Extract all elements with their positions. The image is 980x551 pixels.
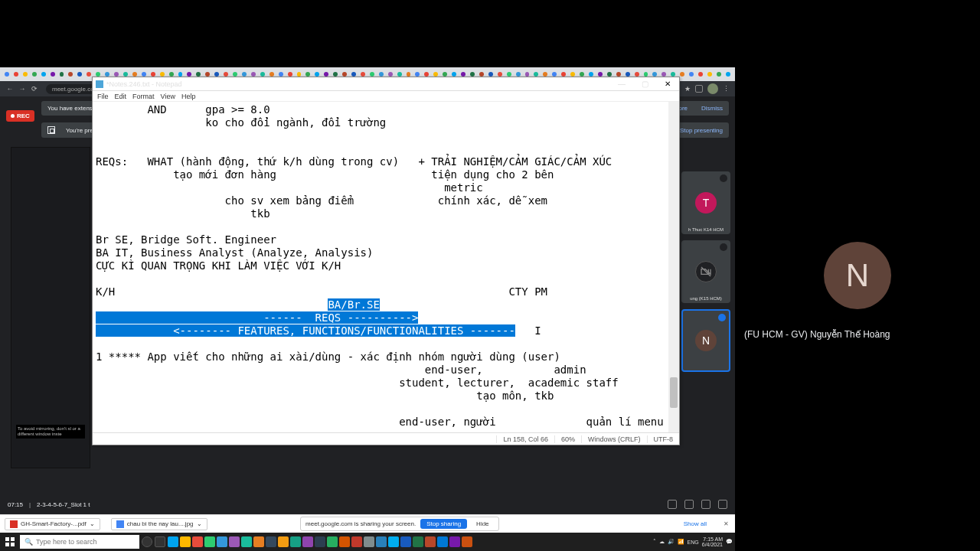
menu-file[interactable]: File (97, 93, 109, 100)
tray-wifi-icon[interactable]: 📶 (678, 539, 684, 545)
taskbar-app-icon[interactable] (315, 536, 325, 547)
taskbar-app-icon[interactable] (449, 536, 460, 547)
tray-language[interactable]: ENG (688, 540, 699, 545)
download-chip[interactable]: GH-Smart-Factory-...pdf ⌄ (5, 518, 100, 530)
window-maximize-button[interactable]: ▢ (633, 77, 656, 91)
info-icon[interactable] (668, 500, 677, 509)
windows-taskbar: 🔍 Type here to search ˄ ☁ 🔊 📶 ENG 7:15 A… (0, 533, 735, 551)
taskbar-app-icon[interactable] (364, 536, 374, 547)
taskbar-app-icon[interactable] (229, 536, 240, 547)
bookmark-star-icon[interactable]: ★ (684, 85, 691, 93)
avatar: N (695, 330, 717, 351)
start-button[interactable] (2, 534, 18, 549)
taskbar-app-icon[interactable] (241, 536, 252, 547)
browser-tab[interactable] (41, 72, 46, 77)
status-zoom: 60% (554, 435, 581, 443)
menu-format[interactable]: Format (132, 93, 155, 100)
taskbar-app-icon[interactable] (180, 536, 191, 547)
vertical-scrollbar[interactable] (668, 102, 679, 432)
hide-button[interactable]: Hide (472, 519, 493, 529)
taskbar-app-icon[interactable] (400, 536, 411, 547)
people-icon[interactable] (684, 500, 694, 509)
participant-tile[interactable]: ung (K15 HCM) (681, 240, 730, 303)
taskbar-app-icon[interactable] (388, 536, 399, 547)
taskbar-search[interactable]: 🔍 Type here to search (20, 535, 139, 549)
browser-tab[interactable] (726, 72, 730, 77)
notepad-app-icon (96, 80, 103, 88)
notepad-window[interactable]: *Notes.246.txt - Notepad — ▢ ✕ File Edit… (92, 77, 680, 445)
close-downloads-bar-button[interactable]: ✕ (717, 520, 735, 527)
chat-icon[interactable] (701, 500, 710, 509)
chevron-down-icon[interactable]: ⌄ (90, 520, 95, 527)
selected-text: BA/Br.SE (328, 298, 379, 311)
notifications-icon[interactable]: 💬 (726, 539, 733, 545)
menu-view[interactable]: View (161, 93, 175, 100)
nav-back-icon[interactable]: ← (6, 85, 14, 93)
banner-dismiss-link[interactable]: Dismiss (701, 105, 723, 112)
taskbar-app-icon[interactable] (266, 536, 276, 547)
participant-tile[interactable]: T h Thuc K14 HCM (681, 171, 730, 234)
browser-tab[interactable] (5, 72, 9, 77)
browser-tab[interactable] (87, 72, 91, 77)
image-file-icon (116, 520, 124, 528)
browser-tab[interactable] (23, 72, 28, 77)
tray-icon[interactable]: ☁ (659, 539, 665, 545)
taskbar-app-icon[interactable] (462, 536, 472, 547)
taskbar-app-icon[interactable] (413, 536, 423, 547)
taskbar-app-icon[interactable] (437, 536, 448, 547)
speaking-indicator-icon (718, 314, 726, 321)
browser-tab[interactable] (68, 72, 73, 77)
profile-avatar[interactable] (707, 83, 718, 94)
tray-clock[interactable]: 7:15 AM6/4/2021 (702, 536, 723, 547)
participant-tile-speaking[interactable]: N (681, 309, 730, 372)
cortana-icon[interactable] (142, 536, 152, 547)
notepad-editor[interactable]: AND gpa >= 8.0 ko cho đổi ngành, đổi trư… (93, 102, 679, 432)
browser-tab[interactable] (717, 72, 721, 77)
menu-edit[interactable]: Edit (115, 93, 127, 100)
taskbar-app-icon[interactable] (339, 536, 350, 547)
window-minimize-button[interactable]: — (610, 77, 633, 91)
download-chip[interactable]: chau bi the nay lau....jpg ⌄ (111, 518, 207, 530)
participant-label: ung (K15 HCM) (683, 296, 729, 301)
system-tray[interactable]: ˄ ☁ 🔊 📶 ENG 7:15 AM6/4/2021 💬 (653, 536, 733, 547)
show-all-downloads-link[interactable]: Show all (679, 520, 711, 527)
taskbar-app-icon[interactable] (168, 536, 178, 547)
browser-tab[interactable] (60, 72, 64, 77)
browser-tab[interactable] (698, 72, 703, 77)
browser-menu-icon[interactable]: ⋮ (723, 85, 729, 93)
taskbar-app-icon[interactable] (253, 536, 264, 547)
browser-tab[interactable] (707, 72, 712, 77)
chevron-down-icon[interactable]: ⌄ (197, 520, 202, 527)
window-close-button[interactable]: ✕ (656, 77, 679, 91)
taskbar-app-icon[interactable] (351, 536, 362, 547)
taskbar-app-icon[interactable] (217, 536, 227, 547)
nav-reload-icon[interactable]: ⟳ (31, 85, 38, 93)
browser-tab[interactable] (680, 72, 684, 77)
activities-icon[interactable] (718, 500, 727, 509)
task-view-icon[interactable] (155, 536, 165, 547)
taskbar-app-icon[interactable] (290, 536, 301, 547)
taskbar-app-icon[interactable] (425, 536, 436, 547)
menu-help[interactable]: Help (181, 93, 196, 100)
editor-text[interactable]: AND gpa >= 8.0 ko cho đổi ngành, đổi trư… (93, 102, 679, 430)
taskbar-app-icon[interactable] (278, 536, 289, 547)
browser-tab[interactable] (51, 72, 55, 77)
stop-sharing-button[interactable]: Stop sharing (420, 519, 467, 529)
status-cursor-position: Ln 158, Col 66 (496, 435, 554, 443)
extensions-puzzle-icon[interactable] (695, 85, 703, 93)
taskbar-app-icon[interactable] (192, 536, 203, 547)
notepad-titlebar[interactable]: *Notes.246.txt - Notepad — ▢ ✕ (93, 77, 679, 91)
stop-presenting-link[interactable]: Stop presenting (680, 127, 723, 134)
browser-tab[interactable] (77, 72, 82, 77)
tray-chevron-icon[interactable]: ˄ (653, 539, 656, 545)
taskbar-app-icon[interactable] (302, 536, 313, 547)
tray-icon[interactable]: 🔊 (668, 539, 675, 545)
scrollbar-thumb[interactable] (670, 377, 678, 408)
taskbar-app-icon[interactable] (376, 536, 387, 547)
taskbar-app-icon[interactable] (327, 536, 338, 547)
browser-tab[interactable] (32, 72, 37, 77)
browser-tab[interactable] (689, 72, 694, 77)
browser-tab[interactable] (14, 72, 18, 77)
nav-forward-icon[interactable]: → (18, 85, 26, 93)
taskbar-app-icon[interactable] (204, 536, 215, 547)
